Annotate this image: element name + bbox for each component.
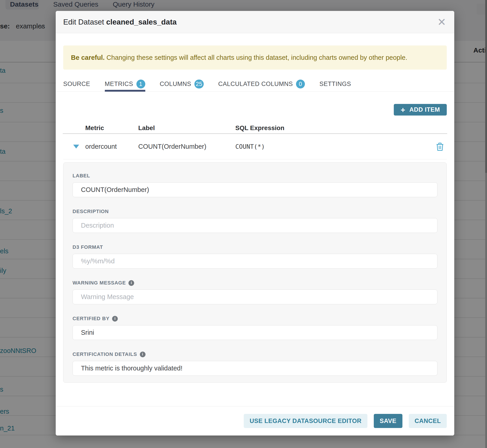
delete-metric-button[interactable]: [436, 143, 444, 151]
tab-calculated-columns-count-badge: 0: [296, 80, 305, 88]
use-legacy-datasource-editor-button[interactable]: USE LEGACY DATASOURCE EDITOR: [244, 414, 367, 428]
close-icon[interactable]: ✕: [435, 11, 448, 33]
tab-source[interactable]: SOURCE: [63, 76, 90, 91]
modal-header: Edit Dataset cleaned_sales_data ✕: [56, 11, 454, 33]
field-caption-text: CERTIFICATION DETAILS: [72, 351, 137, 357]
warning-message-input[interactable]: [72, 289, 438, 304]
tab-columns-count-badge: 25: [194, 80, 204, 88]
modal-tabs: SOURCE METRICS 1 COLUMNS 25 CALCULATED C…: [56, 76, 454, 92]
field-d3-format-caption: D3 FORMAT: [72, 244, 438, 250]
tab-metrics-count-badge: 1: [136, 80, 145, 88]
metrics-table-header: Metric Label SQL Expression: [63, 123, 447, 133]
certified-by-input[interactable]: [72, 325, 438, 340]
warning-banner-bold: Be careful.: [71, 54, 104, 61]
metric-name-cell[interactable]: ordercount: [85, 143, 138, 150]
tab-metrics[interactable]: METRICS 1: [105, 76, 145, 91]
modal-title: Edit Dataset cleaned_sales_data: [63, 18, 177, 26]
modal-body: Be careful. Changing these settings will…: [56, 33, 454, 406]
edit-dataset-modal: Edit Dataset cleaned_sales_data ✕ Be car…: [56, 11, 454, 435]
col-header-metric: Metric: [85, 124, 138, 132]
metric-detail-panel: LABEL DESCRIPTION D3 FORMAT: [63, 162, 447, 383]
modal-title-dataset-name: cleaned_sales_data: [106, 18, 177, 26]
field-certification-details: CERTIFICATION DETAILS i: [72, 351, 438, 376]
field-d3-format: D3 FORMAT: [72, 244, 438, 269]
warning-banner-text: Changing these settings will affect all …: [104, 54, 407, 61]
certification-details-input[interactable]: [72, 361, 438, 376]
modal-footer: USE LEGACY DATASOURCE EDITOR SAVE CANCEL: [56, 406, 454, 435]
metric-sql-cell[interactable]: COUNT(*): [235, 143, 429, 150]
d3-format-input[interactable]: [72, 254, 438, 269]
tab-columns-label: COLUMNS: [160, 80, 192, 88]
field-certified-by-caption: CERTIFIED BY i: [72, 316, 438, 321]
tab-calculated-columns[interactable]: CALCULATED COLUMNS 0: [218, 76, 305, 91]
save-button[interactable]: SAVE: [374, 414, 402, 428]
screen: Datasets Saved Queries Query History se:…: [0, 0, 487, 448]
tab-metrics-label: METRICS: [105, 80, 133, 88]
warning-banner: Be careful. Changing these settings will…: [63, 46, 447, 70]
col-header-sql-expression: SQL Expression: [235, 124, 429, 132]
metric-label-cell[interactable]: COUNT(OrderNumber): [138, 143, 235, 150]
metrics-table: Metric Label SQL Expression ordercount C…: [63, 123, 447, 160]
field-certified-by: CERTIFIED BY i: [72, 316, 438, 340]
add-item-button[interactable]: + ADD ITEM: [394, 104, 447, 116]
field-certification-details-caption: CERTIFICATION DETAILS i: [72, 351, 438, 357]
tab-source-label: SOURCE: [63, 80, 90, 88]
add-item-label: ADD ITEM: [409, 106, 440, 113]
plus-icon: +: [401, 106, 405, 114]
trash-icon: [436, 143, 444, 151]
field-caption-text: CERTIFIED BY: [72, 316, 109, 321]
field-description-caption: DESCRIPTION: [72, 208, 438, 215]
active-tab-underline: [105, 90, 145, 92]
tab-settings[interactable]: SETTINGS: [319, 76, 351, 91]
field-warning-message: WARNING MESSAGE i: [72, 280, 438, 304]
tab-calculated-columns-label: CALCULATED COLUMNS: [218, 80, 293, 88]
add-item-row: + ADD ITEM: [63, 104, 447, 116]
info-icon[interactable]: i: [112, 316, 118, 321]
field-warning-message-caption: WARNING MESSAGE i: [72, 280, 438, 286]
field-label: LABEL: [72, 173, 438, 197]
description-input[interactable]: [72, 218, 438, 233]
col-header-label: Label: [138, 124, 235, 132]
field-caption-text: WARNING MESSAGE: [72, 280, 126, 286]
tab-columns[interactable]: COLUMNS 25: [160, 76, 204, 91]
collapse-caret-icon[interactable]: [73, 145, 79, 149]
field-caption-text: LABEL: [72, 173, 90, 179]
metric-row: ordercount COUNT(OrderNumber) COUNT(*): [63, 134, 447, 160]
tab-settings-label: SETTINGS: [319, 80, 351, 88]
label-input[interactable]: [72, 182, 438, 197]
field-caption-text: D3 FORMAT: [72, 244, 103, 250]
field-description: DESCRIPTION: [72, 208, 438, 233]
field-caption-text: DESCRIPTION: [72, 208, 109, 215]
info-icon[interactable]: i: [128, 280, 134, 286]
field-label-caption: LABEL: [72, 173, 438, 179]
modal-title-prefix: Edit Dataset: [63, 18, 106, 26]
info-icon[interactable]: i: [140, 352, 145, 357]
cancel-button[interactable]: CANCEL: [409, 414, 447, 428]
